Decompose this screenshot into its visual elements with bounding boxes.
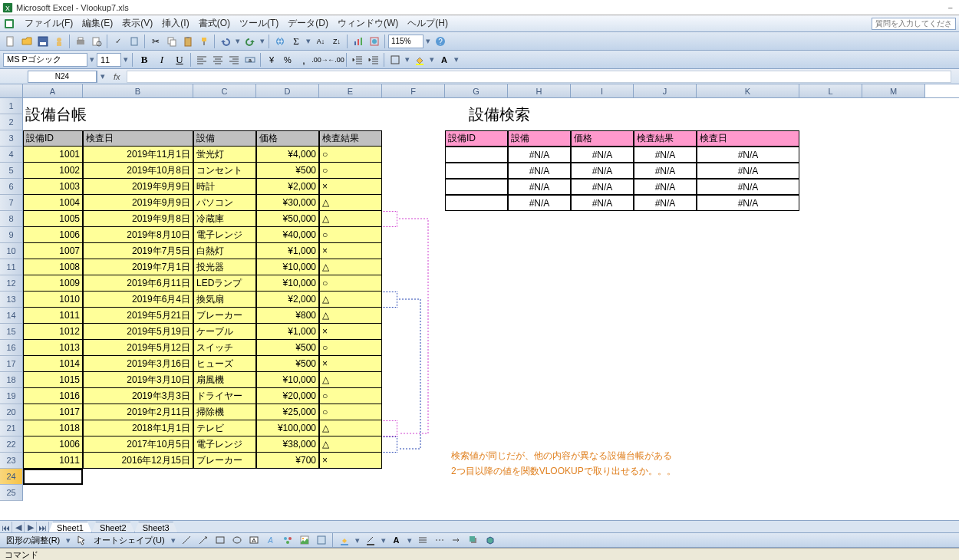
cell-D13[interactable]: ¥2,000 [256, 292, 319, 308]
font-size-dropdown[interactable]: ▾ [122, 52, 130, 68]
row-header-19[interactable]: 19 [0, 388, 23, 404]
row-header-4[interactable]: 4 [0, 147, 23, 163]
cell-J6[interactable]: #N/A [634, 179, 697, 195]
font-color-dropdown[interactable]: ▾ [453, 52, 460, 68]
font-color-draw-button[interactable]: A [389, 532, 404, 548]
shadow-button[interactable] [466, 532, 481, 548]
print-preview-button[interactable] [89, 34, 104, 49]
cell-C15[interactable]: ケーブル [193, 324, 256, 340]
borders-button[interactable] [387, 52, 403, 68]
cell-J5[interactable]: #N/A [634, 163, 697, 179]
sheet-tab-2[interactable]: Sheet2 [91, 522, 135, 533]
cell-D4[interactable]: ¥4,000 [256, 147, 319, 163]
cell-C20[interactable]: 掃除機 [193, 404, 256, 420]
fill-color-draw-button[interactable] [337, 532, 352, 548]
cell-B6[interactable]: 2019年9月9日 [83, 179, 193, 195]
cell-A11[interactable]: 1008 [23, 259, 83, 275]
clipart-button[interactable] [297, 532, 312, 548]
cell-I6[interactable]: #N/A [571, 179, 634, 195]
cell-D17[interactable]: ¥500 [256, 356, 319, 372]
cell-E10[interactable]: × [319, 243, 382, 259]
cells-area[interactable]: 設備台帳 設備検索 検索値が同じだが、他の内容が異なる設備台帳がある 2つ目以降… [23, 98, 959, 505]
menu-window[interactable]: ウィンドウ(W) [333, 15, 403, 31]
col-header-A[interactable]: A [23, 84, 83, 97]
row-header-17[interactable]: 17 [0, 356, 23, 372]
cell-A12[interactable]: 1009 [23, 275, 83, 292]
row-header-9[interactable]: 9 [0, 227, 23, 243]
cell-C4[interactable]: 蛍光灯 [193, 147, 256, 163]
row-header-21[interactable]: 21 [0, 420, 23, 436]
cell-I7[interactable]: #N/A [571, 195, 634, 211]
cell-C17[interactable]: ヒューズ [193, 356, 256, 372]
cell-D6[interactable]: ¥2,000 [256, 179, 319, 195]
cell-D22[interactable]: ¥38,000 [256, 436, 319, 453]
row-header-10[interactable]: 10 [0, 243, 23, 259]
arrow-style-button[interactable] [449, 532, 464, 548]
col-header-M[interactable]: M [862, 84, 925, 97]
help-button[interactable]: ? [433, 34, 448, 49]
cell-G6[interactable] [445, 179, 508, 195]
cell-A9[interactable]: 1006 [23, 227, 83, 243]
cell-B12[interactable]: 2019年6月11日 [83, 275, 193, 292]
name-box-dropdown[interactable]: ▾ [97, 71, 107, 83]
chart-button[interactable] [351, 34, 366, 49]
cell-D21[interactable]: ¥100,000 [256, 420, 319, 436]
paste-button[interactable] [180, 34, 196, 49]
menu-format[interactable]: 書式(O) [194, 15, 235, 31]
merge-center-button[interactable]: a [242, 52, 258, 68]
autoshapes-dropdown[interactable]: ▾ [170, 532, 177, 548]
hyperlink-button[interactable] [272, 34, 288, 49]
line-style-button[interactable] [415, 532, 430, 548]
italic-button[interactable]: I [153, 52, 170, 68]
cell-K7[interactable]: #N/A [697, 195, 799, 211]
cell-C19[interactable]: ドライヤー [193, 388, 256, 404]
cell-A15[interactable]: 1012 [23, 324, 83, 340]
sort-desc-button[interactable]: Z↓ [329, 34, 344, 49]
col-header-H[interactable]: H [508, 84, 571, 97]
3d-button[interactable] [483, 532, 498, 548]
cell-C6[interactable]: 時計 [193, 179, 256, 195]
cell-B19[interactable]: 2019年3月3日 [83, 388, 193, 404]
cell-E3[interactable]: 検査結果 [319, 130, 382, 147]
cell-A23[interactable]: 1011 [23, 453, 83, 469]
font-name-input[interactable]: MS Pゴシック [3, 53, 87, 67]
cell-A7[interactable]: 1004 [23, 195, 83, 211]
cell-C21[interactable]: テレビ [193, 420, 256, 436]
cell-B11[interactable]: 2019年7月1日 [83, 259, 193, 275]
drawing-button[interactable] [367, 34, 382, 49]
format-painter-button[interactable] [196, 34, 212, 49]
cell-C11[interactable]: 投光器 [193, 259, 256, 275]
cell-A4[interactable]: 1001 [23, 147, 83, 163]
cell-C14[interactable]: ブレーカー [193, 308, 256, 324]
col-header-D[interactable]: D [256, 84, 319, 97]
row-header-3[interactable]: 3 [0, 130, 23, 147]
draw-adjust-dropdown[interactable]: ▾ [64, 532, 72, 548]
row-header-22[interactable]: 22 [0, 436, 23, 453]
cell-K6[interactable]: #N/A [697, 179, 799, 195]
formula-bar[interactable] [127, 71, 951, 83]
col-header-K[interactable]: K [697, 84, 799, 97]
font-color-draw-dropdown[interactable]: ▾ [406, 532, 414, 548]
cell-C12[interactable]: LEDランプ [193, 275, 256, 292]
cell-E7[interactable]: △ [319, 195, 382, 211]
zoom-dropdown[interactable]: ▾ [424, 34, 432, 49]
cell-C5[interactable]: コンセント [193, 163, 256, 179]
cell-A18[interactable]: 1015 [23, 372, 83, 388]
cell-E5[interactable]: ○ [319, 163, 382, 179]
sheet-tab-3[interactable]: Sheet3 [134, 522, 178, 533]
cell-I5[interactable]: #N/A [571, 163, 634, 179]
new-button[interactable] [3, 34, 18, 49]
row-header-1[interactable]: 1 [0, 98, 23, 114]
col-header-L[interactable]: L [799, 84, 862, 97]
row-header-6[interactable]: 6 [0, 179, 23, 195]
arrow-button[interactable] [196, 532, 211, 548]
cell-D9[interactable]: ¥40,000 [256, 227, 319, 243]
autosum-dropdown[interactable]: ▾ [305, 34, 312, 49]
cell-D20[interactable]: ¥25,000 [256, 404, 319, 420]
row-header-15[interactable]: 15 [0, 324, 23, 340]
cell-G4[interactable] [445, 147, 508, 163]
menu-edit[interactable]: 編集(E) [77, 15, 117, 31]
fill-color-button[interactable] [412, 52, 427, 68]
row-header-18[interactable]: 18 [0, 372, 23, 388]
fx-icon[interactable]: fx [114, 72, 120, 81]
